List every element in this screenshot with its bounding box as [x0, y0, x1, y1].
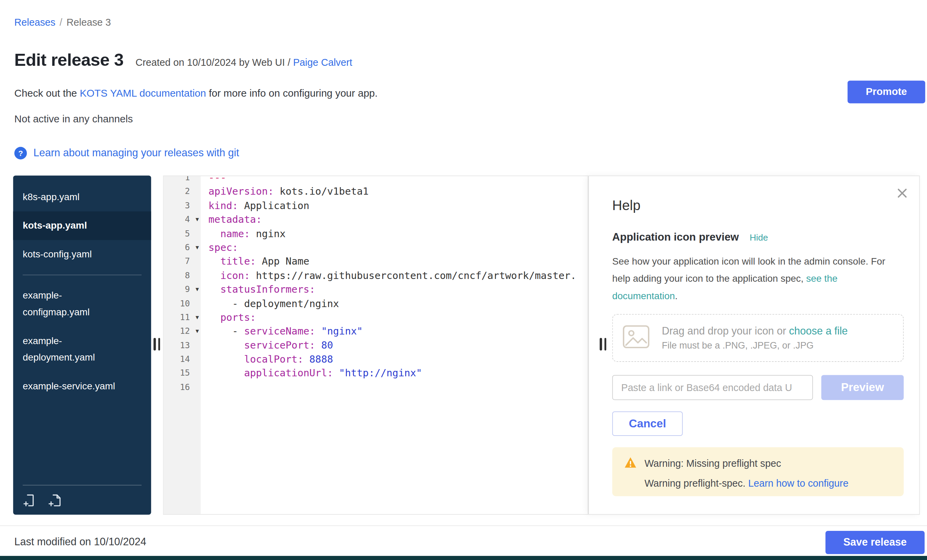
file-tree-item-example-deployment.yaml[interactable]: example-deployment.yaml — [13, 326, 151, 372]
warning-detail-text: Warning preflight-spec. — [644, 478, 748, 489]
code-line[interactable]: kind: Application — [208, 199, 588, 213]
resize-bar — [604, 338, 606, 351]
file-tree-item-example-configmap.yaml[interactable]: example-configmap.yaml — [13, 281, 151, 326]
file-tree-divider — [23, 275, 141, 275]
sidebar-resize-handle[interactable] — [153, 338, 160, 351]
file-tree-item-kots-app.yaml[interactable]: kots-app.yaml — [13, 211, 151, 240]
code-line[interactable]: applicationUrl: "http://nginx" — [208, 366, 588, 380]
fold-arrow-icon[interactable]: ▾ — [196, 325, 199, 338]
icon-preview-description: See how your application icon will look … — [612, 253, 888, 305]
line-number: 4▾ — [164, 213, 201, 227]
line-number: 9▾ — [164, 282, 201, 296]
code-line[interactable]: --- — [208, 176, 588, 185]
icon-url-input[interactable] — [612, 375, 813, 400]
resize-bar — [153, 338, 156, 351]
code-line[interactable]: spec: — [208, 241, 588, 255]
fold-arrow-icon[interactable]: ▾ — [196, 213, 199, 227]
icon-url-row: Preview — [612, 375, 904, 400]
code-line[interactable] — [208, 380, 588, 395]
choose-file-link[interactable]: choose a file — [789, 325, 848, 337]
code-line[interactable]: ports: — [208, 311, 588, 325]
breadcrumb-separator: / — [60, 17, 62, 27]
icon-preview-title: Application icon preview — [612, 231, 739, 244]
file-name: example-configmap.yaml — [23, 287, 122, 321]
git-releases-link[interactable]: Learn about managing your releases with … — [33, 147, 239, 160]
fold-arrow-icon[interactable]: ▾ — [196, 241, 199, 255]
git-help-row: ? Learn about managing your releases wit… — [14, 147, 239, 160]
help-panel-title: Help — [612, 198, 640, 214]
last-modified-text: Last modified on 10/10/2024 — [14, 536, 146, 548]
line-number: 3 — [164, 199, 201, 213]
author-link[interactable]: Paige Calvert — [293, 57, 353, 68]
code-line[interactable]: title: App Name — [208, 255, 588, 269]
icon-dropzone[interactable]: Drag and drop your icon or choose a file… — [612, 314, 904, 361]
edit-release-page: Releases/Release 3 Edit release 3 Create… — [0, 0, 927, 560]
save-release-button[interactable]: Save release — [825, 531, 925, 554]
code-line[interactable]: - deployment/nginx — [208, 296, 588, 311]
line-number: 16 — [164, 380, 201, 395]
resize-bar — [600, 338, 602, 351]
line-number: 15 — [164, 366, 201, 380]
code-line[interactable]: metadata: — [208, 213, 588, 227]
title-row: Edit release 3 Created on 10/10/2024 by … — [14, 50, 353, 70]
editor-code-area[interactable]: ---apiVersion: kots.io/v1beta1kind: Appl… — [201, 176, 588, 514]
description-text: See how your application icon will look … — [612, 256, 885, 284]
file-tree-item-example-service.yaml[interactable]: example-service.yaml — [13, 372, 151, 401]
page-title: Edit release 3 — [14, 50, 124, 70]
file-tree-item-kots-config.yaml[interactable]: kots-config.yaml — [13, 240, 151, 269]
file-tree-footer — [23, 485, 141, 508]
line-number: 14 — [164, 352, 201, 366]
breadcrumb-current: Release 3 — [67, 17, 111, 27]
created-info: Created on 10/10/2024 by Web UI / Paige … — [135, 57, 352, 68]
line-number: 10 — [164, 296, 201, 311]
fold-arrow-icon[interactable]: ▾ — [196, 311, 199, 325]
code-line[interactable]: apiVersion: kots.io/v1beta1 — [208, 185, 588, 199]
code-line[interactable]: localPort: 8888 — [208, 352, 588, 366]
code-line[interactable]: name: nginx — [208, 226, 588, 241]
file-tree: k8s-app.yamlkots-app.yamlkots-config.yam… — [13, 176, 151, 401]
code-line[interactable]: servicePort: 80 — [208, 338, 588, 352]
breadcrumb: Releases/Release 3 — [14, 17, 111, 28]
close-icon[interactable] — [896, 187, 909, 199]
line-number: 8 — [164, 269, 201, 283]
hide-preview-link[interactable]: Hide — [750, 232, 768, 243]
file-tree-item-k8s-app.yaml[interactable]: k8s-app.yaml — [13, 183, 151, 211]
yaml-editor[interactable]: 1234▾56▾789▾1011▾12▾13141516 ---apiVersi… — [163, 176, 588, 515]
add-file-icon[interactable] — [23, 493, 37, 508]
code-line[interactable]: statusInformers: — [208, 282, 588, 296]
file-name: kots-config.yaml — [23, 246, 91, 263]
preview-button[interactable]: Preview — [821, 375, 904, 400]
new-file-icon[interactable] — [48, 493, 62, 508]
dropzone-text: Drag and drop your icon or choose a file… — [662, 325, 848, 351]
question-icon: ? — [14, 147, 27, 160]
line-number: 2 — [164, 185, 201, 199]
editor-gutter: 1234▾56▾789▾1011▾12▾13141516 — [164, 176, 201, 514]
configure-preflight-link[interactable]: Learn how to configure — [748, 478, 848, 489]
warning-detail: Warning preflight-spec. Learn how to con… — [644, 478, 892, 489]
file-name: kots-app.yaml — [23, 217, 87, 234]
fold-arrow-icon[interactable]: ▾ — [196, 282, 199, 296]
promote-button[interactable]: Promote — [848, 80, 925, 103]
docs-line-prefix: Check out the — [14, 88, 80, 99]
line-number: 1 — [164, 176, 201, 185]
breadcrumb-releases-link[interactable]: Releases — [14, 17, 56, 27]
resize-bar — [158, 338, 160, 351]
image-placeholder-icon — [622, 325, 650, 351]
line-number: 11▾ — [164, 311, 201, 325]
code-line[interactable]: - serviceName: "nginx" — [208, 325, 588, 338]
file-name: example-deployment.yaml — [23, 332, 122, 366]
cancel-button[interactable]: Cancel — [612, 411, 683, 436]
file-tree-sidebar: k8s-app.yamlkots-app.yamlkots-config.yam… — [13, 176, 151, 515]
line-number: 7 — [164, 255, 201, 269]
bottom-strip — [0, 556, 927, 560]
help-panel: Help Application icon preview Hide See h… — [588, 176, 920, 515]
footer-divider — [0, 525, 927, 526]
code-line[interactable]: icon: https://raw.githubusercontent.com/… — [208, 269, 588, 283]
dropzone-line1: Drag and drop your icon or — [662, 325, 789, 337]
preflight-warning-box: Warning: Missing preflight spec Warning … — [612, 447, 904, 496]
docs-line-suffix: for more info on configuring your app. — [206, 88, 378, 99]
help-panel-resize-handle[interactable] — [600, 338, 606, 351]
file-name: example-service.yaml — [23, 378, 115, 395]
kots-yaml-docs-link[interactable]: KOTS YAML documentation — [80, 88, 206, 99]
channel-status: Not active in any channels — [14, 114, 133, 126]
